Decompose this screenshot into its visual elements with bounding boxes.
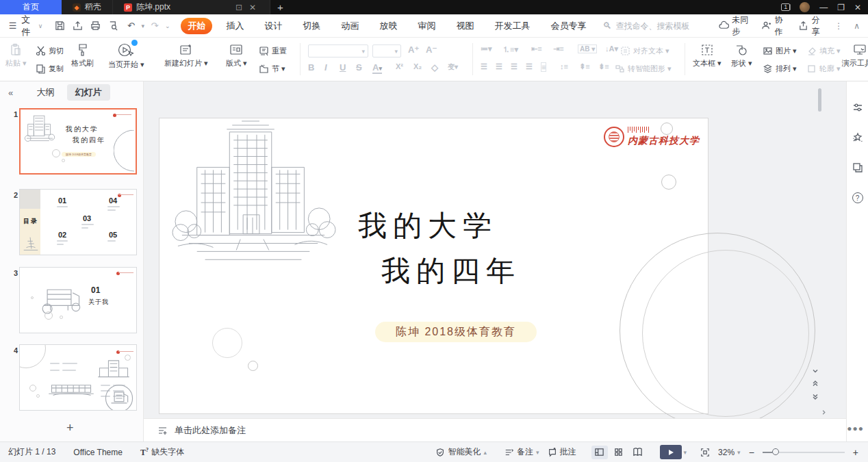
font-size-select[interactable]: ▾ — [372, 44, 401, 57]
more-tools-icon[interactable]: ●●● — [847, 424, 864, 433]
ribbon-tab-home[interactable]: 开始 — [181, 18, 212, 34]
properties-icon[interactable] — [852, 102, 863, 116]
justify-button[interactable]: ☰ — [526, 62, 533, 71]
ribbon-tab-slideshow[interactable]: 放映 — [372, 18, 404, 34]
expand-pane-icon[interactable] — [821, 406, 827, 418]
reading-view-button[interactable] — [630, 446, 646, 459]
bold-button[interactable]: B — [308, 62, 314, 73]
subscript-button[interactable]: X₂ — [413, 62, 422, 70]
strikethrough-button[interactable]: S — [356, 62, 362, 73]
text-rotate-button[interactable]: ↓A▾ — [605, 44, 618, 53]
play-from-current-button[interactable]: 当页开始 ▾ — [108, 42, 144, 70]
copy-button[interactable]: 复制 — [36, 64, 64, 74]
slide-thumbnail-3[interactable]: 01 关于我 — [19, 267, 137, 333]
shapes-button[interactable]: 形状 ▾ — [731, 43, 752, 68]
zoom-slider-knob[interactable] — [772, 448, 779, 455]
close-window-button[interactable]: ✕ — [854, 3, 861, 12]
undo-icon[interactable]: ↶ — [123, 18, 138, 34]
missing-font-button[interactable]: T? 缺失字体 — [140, 446, 184, 458]
previous-slide-icon[interactable] — [812, 377, 820, 385]
align-right-button[interactable]: ☰ — [511, 62, 518, 71]
save-icon[interactable] — [52, 18, 67, 34]
arrange-button[interactable]: 排列 ▾ — [763, 64, 797, 74]
toolbar-options-caret-icon[interactable]: ⌄ — [165, 23, 170, 29]
normal-view-button[interactable] — [591, 446, 608, 459]
slide-thumbnail-4[interactable] — [19, 344, 137, 411]
outline-button[interactable]: 轮廓 ▾ — [806, 64, 841, 74]
ribbon-tab-review[interactable]: 审阅 — [411, 18, 442, 34]
more-menu-icon[interactable]: ⋮ — [834, 21, 843, 31]
print-icon[interactable] — [88, 18, 103, 34]
user-avatar[interactable] — [800, 2, 810, 12]
command-search[interactable]: 🔍︎ — [602, 21, 718, 31]
next-slide-icon[interactable] — [812, 391, 820, 399]
clear-format-icon[interactable]: ◇ — [431, 62, 438, 73]
fill-button[interactable]: 填充 ▾ — [806, 46, 841, 56]
scrollbar-thumb[interactable] — [818, 88, 821, 112]
ribbon-tab-devtools[interactable]: 开发工具 — [487, 18, 537, 34]
add-slide-button[interactable]: + — [66, 421, 74, 435]
redo-icon[interactable]: ↷ — [147, 18, 162, 34]
collaborate-button[interactable]: 协作 — [761, 14, 787, 38]
numbering-button[interactable]: ⒈≡▾ — [502, 44, 518, 55]
export-icon[interactable] — [70, 18, 85, 34]
play-options-caret-icon[interactable]: ▾ — [684, 449, 687, 456]
undo-caret-icon[interactable]: ▾ — [141, 23, 144, 29]
picture-button[interactable]: 图片 ▾ — [763, 46, 797, 56]
superscript-button[interactable]: X² — [396, 62, 403, 70]
font-color-button[interactable]: A▾ — [372, 62, 382, 74]
tab-document[interactable]: P 陈坤.pptx ⊡ ✕ — [113, 0, 270, 14]
minimize-button[interactable]: — — [819, 3, 828, 12]
tab-home[interactable]: 首页 — [0, 0, 62, 14]
decrease-indent-button[interactable]: ⇤≡ — [531, 44, 542, 53]
collapse-panel-icon[interactable]: « — [8, 88, 13, 98]
collapse-ribbon-icon[interactable]: ∧ — [854, 21, 860, 31]
format-painter-button[interactable]: 格式刷 — [71, 43, 94, 68]
phonetic-guide-icon[interactable]: 变▾ — [448, 62, 458, 72]
ribbon-tab-view[interactable]: 视图 — [449, 18, 481, 34]
slide-position-indicator[interactable]: 幻灯片 1 / 13 — [8, 446, 55, 458]
duplicate-pane-icon[interactable] — [852, 162, 863, 176]
zoom-out-button[interactable]: − — [749, 447, 754, 458]
para-spacing-after-button[interactable]: ⇟≡ — [598, 62, 609, 71]
line-spacing-button[interactable]: ↕≡ — [560, 62, 568, 70]
textbox-button[interactable]: 文本框 ▾ — [693, 43, 722, 68]
increase-indent-button[interactable]: ⇥≡ — [553, 44, 564, 53]
align-center-button[interactable]: ☰ — [496, 62, 502, 71]
new-slide-button[interactable]: 新建幻灯片 ▾ — [164, 43, 208, 68]
presentation-tools-button[interactable]: 演示工具 ▾ — [839, 43, 868, 68]
file-caret-icon[interactable]: ∨ — [38, 23, 43, 29]
tab-docer[interactable]: ◆ 稻壳 — [62, 0, 113, 14]
underline-button[interactable]: U — [340, 62, 346, 73]
distribute-button[interactable]: ≡ — [541, 62, 546, 72]
cast-icon[interactable]: ⊡ — [235, 3, 242, 12]
search-input[interactable] — [615, 21, 718, 31]
zoom-level[interactable]: 32%▾ — [718, 448, 741, 457]
slide-thumbnail-2[interactable]: 目录 01 04 03 02 05 — [19, 189, 137, 255]
layout-button[interactable]: 版式 ▾ — [226, 43, 247, 68]
zoom-slider[interactable] — [763, 452, 845, 453]
ribbon-tab-member[interactable]: 会员专享 — [544, 18, 593, 34]
notes-toggle-button[interactable]: 备注▾ — [505, 446, 539, 458]
theme-indicator[interactable]: Office Theme — [73, 448, 123, 457]
beautify-wand-icon[interactable] — [852, 132, 863, 146]
hamburger-menu-icon[interactable]: ☰ — [7, 18, 18, 34]
slide-canvas[interactable]: 我的大学 我的四年 陈坤 2018级体育教育 内蒙古科技大学 — [144, 81, 846, 418]
to-smartart-button[interactable]: 转智能图形 ▾ — [615, 64, 672, 74]
help-icon[interactable]: ? — [852, 192, 863, 203]
smart-beautify-button[interactable]: 智能美化▴ — [435, 446, 487, 458]
cut-button[interactable]: 剪切 — [36, 46, 64, 56]
notes-bar[interactable]: 单击此处添加备注 — [144, 418, 846, 441]
decrease-font-button[interactable]: A⁻ — [426, 44, 437, 55]
close-tab-icon[interactable]: ✕ — [246, 3, 259, 12]
file-menu[interactable]: 文件 — [21, 14, 35, 38]
restore-button[interactable]: ❐ — [837, 3, 845, 12]
section-button[interactable]: 节 ▾ — [259, 64, 285, 74]
tab-outline[interactable]: 大纲 — [29, 84, 63, 101]
text-direction-button[interactable]: AB ▾ — [578, 44, 597, 53]
italic-button[interactable]: I — [324, 62, 327, 73]
ribbon-tab-animation[interactable]: 动画 — [334, 18, 366, 34]
increase-font-button[interactable]: A⁺ — [408, 44, 419, 55]
fit-slide-button[interactable] — [700, 448, 710, 457]
ribbon-tab-transition[interactable]: 切换 — [296, 18, 327, 34]
